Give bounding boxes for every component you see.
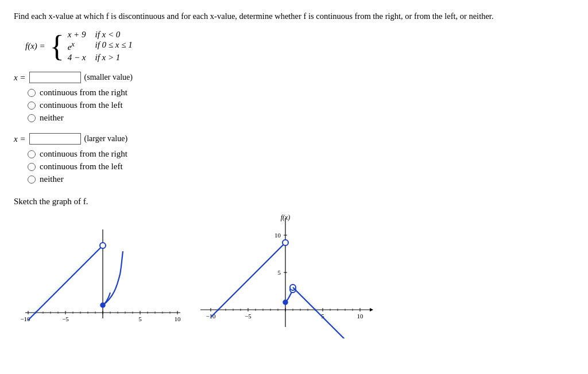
- open-circle-x0-left: [100, 243, 106, 248]
- graph-right: f(x) 10 5: [198, 212, 376, 338]
- q2-x-label: x =: [14, 134, 26, 144]
- q2-option-right[interactable]: continuous from the right: [28, 149, 574, 159]
- q2-radio-neither-circle: [28, 176, 36, 184]
- q2-label-left: continuous from the left: [40, 162, 123, 172]
- q2-radio-right-circle: [28, 150, 36, 158]
- q1-note: (smaller value): [84, 73, 133, 82]
- svg-text:−5: −5: [245, 313, 252, 320]
- q1-label-right: continuous from the right: [40, 88, 127, 98]
- q2-note: (larger value): [84, 134, 128, 143]
- case3-cond: if x > 1: [95, 53, 132, 63]
- q1-radio-right-circle: [28, 89, 36, 97]
- q1-label-left: continuous from the left: [40, 100, 123, 110]
- case1-expr: x + 9: [68, 30, 86, 40]
- svg-text:10: 10: [357, 313, 364, 320]
- graph-left: −10 −5 5 10 x: [14, 218, 180, 338]
- graph-right-line-4-minus-x: [293, 287, 360, 338]
- q2-input[interactable]: [29, 133, 81, 145]
- cases-table: x + 9 if x < 0 ex if 0 ≤ x ≤ 1 4 − x if …: [68, 30, 133, 63]
- graph-right-open-circle-x0: [283, 240, 288, 246]
- sketch-label: Sketch the graph of f.: [14, 197, 574, 207]
- q2-label-right: continuous from the right: [40, 149, 127, 159]
- case2-expr: ex: [68, 40, 86, 52]
- case2-cond: if 0 ≤ x ≤ 1: [95, 40, 132, 52]
- question2-block: x = (larger value) continuous from the r…: [14, 133, 574, 184]
- q1-x-label: x =: [14, 73, 26, 83]
- graph-line-x-plus-9: [28, 246, 103, 320]
- svg-text:10: 10: [274, 232, 281, 239]
- q2-option-neither[interactable]: neither: [28, 174, 574, 184]
- case1-cond: if x < 0: [95, 30, 132, 40]
- question1-block: x = (smaller value) continuous from the …: [14, 72, 574, 123]
- graph-right-filled-dot-exp: [283, 300, 288, 305]
- case3-expr: 4 − x: [68, 53, 86, 63]
- q1-option-neither[interactable]: neither: [28, 113, 574, 123]
- svg-marker-32: [370, 308, 373, 311]
- problem-statement: Find each x-value at which f is disconti…: [14, 10, 574, 22]
- svg-text:5: 5: [278, 269, 281, 276]
- q1-input[interactable]: [29, 72, 81, 83]
- svg-rect-63: [200, 212, 376, 338]
- brace-symbol: {: [50, 32, 64, 61]
- q1-label-neither: neither: [40, 113, 64, 123]
- q2-radio-left-circle: [28, 163, 36, 171]
- q1-radio-group: continuous from the right continuous fro…: [28, 88, 574, 123]
- svg-text:10: 10: [175, 315, 181, 322]
- svg-text:x: x: [375, 305, 376, 313]
- function-label: f(x) =: [25, 41, 45, 51]
- q1-radio-neither-circle: [28, 114, 36, 122]
- q1-option-left[interactable]: continuous from the left: [28, 100, 574, 110]
- piecewise-function: f(x) = { x + 9 if x < 0 ex if 0 ≤ x ≤ 1 …: [25, 30, 574, 63]
- question2-x-row: x = (larger value): [14, 133, 574, 145]
- q1-option-right[interactable]: continuous from the right: [28, 88, 574, 98]
- svg-text:5: 5: [138, 315, 142, 322]
- graph-right-line-x-plus-9: [211, 243, 285, 317]
- q2-label-neither: neither: [40, 174, 64, 184]
- graph-curve-exp: [103, 251, 123, 305]
- q1-radio-left-circle: [28, 102, 36, 110]
- svg-text:−5: −5: [62, 315, 69, 322]
- q2-option-left[interactable]: continuous from the left: [28, 162, 574, 172]
- question1-x-row: x = (smaller value): [14, 72, 574, 83]
- q2-radio-group: continuous from the right continuous fro…: [28, 149, 574, 184]
- graphs-row: −10 −5 5 10 x: [14, 212, 574, 338]
